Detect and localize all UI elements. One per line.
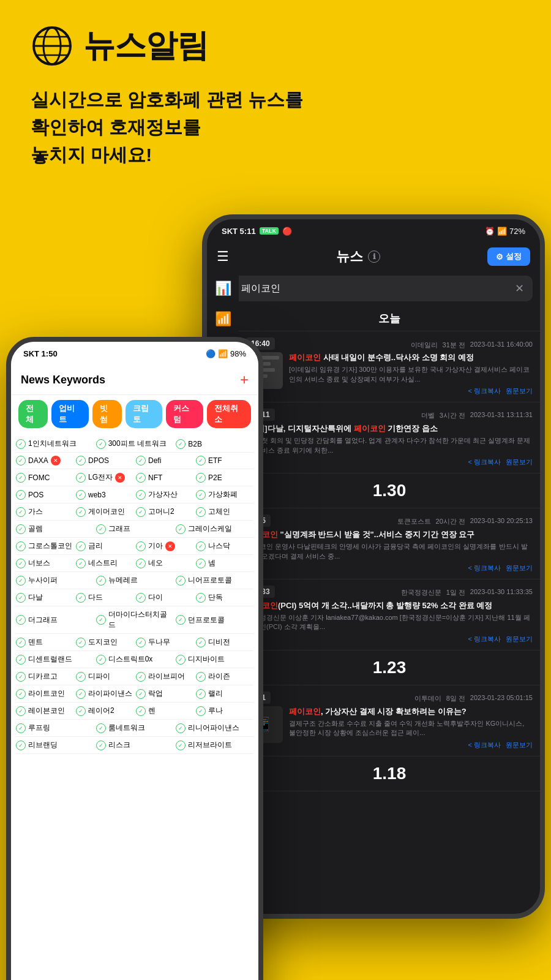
kw-check[interactable] bbox=[176, 439, 186, 449]
kw-check[interactable] bbox=[16, 559, 26, 568]
kw-check[interactable] bbox=[16, 741, 26, 750]
copy-link-1[interactable]: < 링크복사 bbox=[468, 386, 501, 396]
copy-link-5[interactable]: < 링크복사 bbox=[468, 741, 501, 750]
kw-check[interactable] bbox=[96, 576, 106, 586]
settings-button[interactable]: ⚙ 설정 bbox=[487, 247, 530, 266]
kw-check[interactable] bbox=[76, 593, 86, 603]
kw-check[interactable] bbox=[196, 689, 206, 699]
kw-check[interactable] bbox=[136, 706, 146, 716]
copy-link-2[interactable]: < 링크복사 bbox=[468, 458, 501, 467]
kw-check[interactable] bbox=[16, 706, 26, 716]
kw-check[interactable] bbox=[76, 672, 86, 682]
kw-check[interactable] bbox=[196, 593, 206, 603]
news-item-2: 13:11 더벨 3시간 전 2023-01-31 13:11:31 [더벨]다… bbox=[239, 402, 540, 473]
globe-icon bbox=[31, 24, 73, 67]
preview-1: [이데일리 임유경 기자] 300만 이용자를 보유한 국내 가상자산 결제서비… bbox=[289, 365, 533, 384]
tab-custom[interactable]: 커스텀 bbox=[166, 400, 203, 428]
view-original-1[interactable]: 원문보기 bbox=[506, 386, 533, 396]
kw-check[interactable] bbox=[136, 593, 146, 603]
signal-icon[interactable]: 📶 bbox=[215, 311, 231, 327]
kw-check[interactable] bbox=[136, 559, 146, 568]
search-input[interactable]: 페이코인 bbox=[241, 282, 509, 295]
tab-upbit[interactable]: 업비트 bbox=[51, 400, 88, 428]
tab-bithumb[interactable]: 빗썸 bbox=[92, 400, 122, 428]
kw-check[interactable] bbox=[136, 541, 146, 551]
kw-check[interactable] bbox=[76, 638, 86, 647]
kw-check[interactable] bbox=[16, 672, 26, 682]
kw-check[interactable] bbox=[136, 490, 146, 500]
info-icon[interactable]: ℹ bbox=[368, 251, 380, 263]
kw-check[interactable] bbox=[136, 473, 146, 483]
copy-link-3[interactable]: < 링크복사 bbox=[468, 564, 501, 573]
kw-check[interactable] bbox=[76, 706, 86, 716]
tab-crypto[interactable]: 크립토 bbox=[126, 400, 162, 428]
kw-check[interactable] bbox=[176, 524, 186, 534]
kw-check[interactable] bbox=[136, 689, 146, 699]
kw-check[interactable] bbox=[16, 638, 26, 647]
tagline-line3: 놓치지 마세요! bbox=[31, 141, 520, 168]
kw-check[interactable] bbox=[136, 638, 146, 647]
kw-check[interactable] bbox=[16, 689, 26, 699]
kw-check[interactable] bbox=[96, 615, 106, 625]
kw-check[interactable] bbox=[96, 524, 106, 534]
kw-check[interactable] bbox=[76, 490, 86, 500]
kw-check[interactable] bbox=[196, 559, 206, 568]
kw-check[interactable] bbox=[16, 524, 26, 534]
kw-check[interactable] bbox=[76, 507, 86, 517]
kw-check[interactable] bbox=[196, 473, 206, 483]
kw-check[interactable] bbox=[76, 473, 86, 483]
kw-check[interactable] bbox=[176, 741, 186, 750]
kw-check[interactable] bbox=[136, 507, 146, 517]
kw-check[interactable] bbox=[76, 689, 86, 699]
view-original-4[interactable]: 원문보기 bbox=[506, 635, 533, 644]
tab-clear-all[interactable]: 전체취소 bbox=[207, 400, 251, 428]
kw-check[interactable] bbox=[196, 456, 206, 466]
kw-check[interactable] bbox=[96, 741, 106, 750]
clear-search-icon[interactable]: ✕ bbox=[515, 282, 524, 295]
kw-check[interactable] bbox=[76, 456, 86, 466]
kw-check[interactable] bbox=[196, 638, 206, 647]
kw-check[interactable] bbox=[136, 672, 146, 682]
source-1: 이데일리 bbox=[411, 341, 438, 350]
chart-icon[interactable]: 📊 bbox=[215, 281, 231, 296]
kw-check[interactable] bbox=[196, 507, 206, 517]
ago-4: 1일 전 bbox=[446, 588, 465, 597]
kw-check[interactable] bbox=[16, 439, 26, 449]
tab-all[interactable]: 전체 bbox=[18, 400, 48, 428]
kw-check[interactable] bbox=[16, 473, 26, 483]
kw-row: DAXA✕ DPOS Defi ETF bbox=[16, 453, 253, 469]
kw-check[interactable] bbox=[16, 593, 26, 603]
menu-icon[interactable]: ☰ bbox=[217, 249, 229, 265]
kw-check[interactable] bbox=[76, 541, 86, 551]
kw-check[interactable] bbox=[16, 541, 26, 551]
kw-check[interactable] bbox=[196, 541, 206, 551]
kw-check[interactable] bbox=[176, 576, 186, 586]
kw-check[interactable] bbox=[176, 615, 186, 625]
add-keyword-button[interactable]: + bbox=[240, 371, 249, 388]
view-original-5[interactable]: 원문보기 bbox=[506, 741, 533, 750]
kw-check[interactable] bbox=[176, 723, 186, 733]
kw-check[interactable] bbox=[16, 723, 26, 733]
view-original-3[interactable]: 원문보기 bbox=[506, 564, 533, 573]
kw-check[interactable] bbox=[16, 655, 26, 665]
kw-check[interactable] bbox=[16, 615, 26, 625]
kw-check[interactable] bbox=[196, 672, 206, 682]
kw-check[interactable] bbox=[16, 507, 26, 517]
kw-check[interactable] bbox=[176, 655, 186, 665]
kw-row: 디카르고 디파이 라이브피어 라이즌 bbox=[16, 668, 253, 685]
kw-check[interactable] bbox=[196, 490, 206, 500]
kw-row: 골렘 그래프 그레이스케일 bbox=[16, 521, 253, 538]
kw-check[interactable] bbox=[196, 706, 206, 716]
kw-check[interactable] bbox=[16, 456, 26, 466]
kw-check[interactable] bbox=[16, 576, 26, 586]
kw-row: FOMC LG전자✕ NFT P2E bbox=[16, 469, 253, 486]
search-bar[interactable]: 🔍 페이코인 ✕ bbox=[214, 276, 533, 301]
kw-check[interactable] bbox=[16, 490, 26, 500]
kw-check[interactable] bbox=[96, 723, 106, 733]
copy-link-4[interactable]: < 링크복사 bbox=[468, 635, 501, 644]
kw-check[interactable] bbox=[136, 456, 146, 466]
kw-check[interactable] bbox=[96, 655, 106, 665]
kw-check[interactable] bbox=[76, 559, 86, 568]
view-original-2[interactable]: 원문보기 bbox=[506, 458, 533, 467]
kw-check[interactable] bbox=[96, 439, 106, 449]
